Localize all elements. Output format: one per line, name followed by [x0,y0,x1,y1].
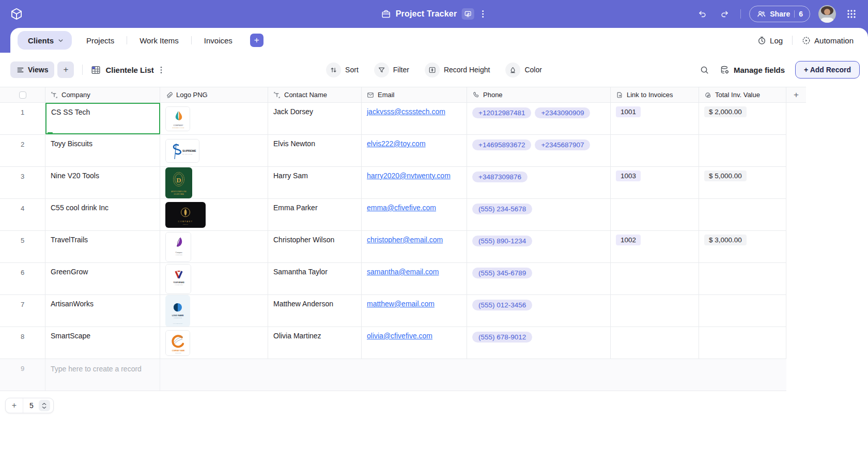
views-button[interactable]: Views [10,61,54,78]
quick-add-record-button[interactable]: + [6,398,23,413]
cell-link-to-invoices[interactable] [611,263,699,294]
cell-logo[interactable]: CompassADVENTURES [160,231,268,262]
new-record-row[interactable]: 9 Type here to create a record [0,359,786,391]
cell-logo[interactable]: YOUR BRANDTAGLINE HERE [160,263,268,294]
cell-total-inv-value[interactable] [699,263,786,294]
row-number[interactable]: 2 [0,135,45,166]
cell-email[interactable]: harry2020@nvtwenty.com [362,167,467,198]
email-link[interactable]: christopher@email.com [367,236,443,244]
cell-contact-name[interactable]: Jack Dorsey [268,103,362,134]
email-link[interactable]: harry2020@nvtwenty.com [367,172,451,180]
cell-company[interactable]: SmartScape [45,327,160,359]
cell-phone[interactable]: (555) 012-3456 [467,295,611,326]
cell-logo[interactable]: DARISTOCRATS LINKGOLDEN VIANA [160,167,268,198]
cell-company[interactable]: C55 cool drink Inc [45,199,160,230]
column-header-phone[interactable]: Phone [467,87,611,102]
color-button[interactable]: Color [505,63,541,77]
new-record-placeholder[interactable]: Type here to create a record [45,359,160,391]
cell-total-inv-value[interactable]: $ 5,000.00 [699,167,786,198]
column-header-company[interactable]: Company [45,87,160,102]
cell-company[interactable]: TravelTrails [45,231,160,262]
email-link[interactable]: elvis222@toy.com [367,139,426,148]
column-header-contact-name[interactable]: Contact Name [268,87,362,102]
row-number[interactable]: 7 [0,295,45,326]
view-name[interactable]: Clientele List [105,66,153,74]
cell-logo[interactable]: SUPREMEBRAND TAGLINE [160,135,268,166]
avatar[interactable] [818,5,836,23]
smartscape-logo[interactable]: COMPANY NAMEslogan space [165,330,190,356]
cell-email[interactable]: elvis222@toy.com [362,135,467,166]
email-link[interactable]: matthew@email.com [367,300,435,308]
cs-ss-tech-logo[interactable]: COMPANYBUSINESS TAGLINE [165,106,190,131]
cell-phone[interactable]: +3487309876 [467,167,611,198]
cell-company[interactable]: Toyy Biscuits [45,135,160,166]
column-header-logo-png[interactable]: Logo PNG [160,87,268,102]
filter-button[interactable]: Filter [374,63,409,77]
new-record-empty-area[interactable] [160,359,786,391]
cell-contact-name[interactable]: Elvis Newton [268,135,362,166]
app-logo-icon[interactable] [9,7,24,21]
artisanworks-logo[interactable]: LOGO NAMETAGLINE SPACEWWW.WEBSITE.COM [165,295,190,326]
row-number[interactable]: 1 [0,103,45,134]
phone-pill[interactable]: +2343090909 [535,107,590,118]
column-header-link-to-invoices[interactable]: Link to Invoices [611,87,699,102]
cell-total-inv-value[interactable]: $ 3,000.00 [699,231,786,262]
row-count-stepper[interactable] [39,400,50,411]
view-more-icon[interactable] [160,66,162,74]
cell-contact-name[interactable]: Emma Parker [268,199,362,230]
email-link[interactable]: emma@cfivefive.com [367,204,436,212]
add-field-button[interactable]: + [786,87,806,102]
cell-phone[interactable]: (555) 234-5678 [467,199,611,230]
cell-total-inv-value[interactable] [699,199,786,230]
cell-company[interactable]: Nine V20 Tools [45,167,160,198]
invoice-link-tag[interactable]: 1002 [616,235,641,245]
cell-company[interactable]: GreenGrow [45,263,160,294]
invoice-link-tag[interactable]: 1003 [616,170,641,181]
cell-phone[interactable]: (555) 345-6789 [467,263,611,294]
row-number[interactable]: 8 [0,327,45,359]
apps-grid-icon[interactable] [844,7,859,21]
cell-email[interactable]: christopher@email.com [362,231,467,262]
traveltrails-logo[interactable]: CompassADVENTURES [165,232,191,262]
cell-total-inv-value[interactable] [699,135,786,166]
cell-company[interactable]: ArtisanWorks [45,295,160,326]
cell-link-to-invoices[interactable] [611,199,699,230]
cell-phone[interactable]: +14695893672+2345687907 [467,135,611,166]
cell-link-to-invoices[interactable]: 1003 [611,167,699,198]
cell-contact-name[interactable]: Harry Sam [268,167,362,198]
column-header-email[interactable]: Email [362,87,467,102]
cell-phone[interactable]: +12012987481+2343090909 [467,103,611,134]
cell-link-to-invoices[interactable]: 1001 [611,103,699,134]
phone-pill[interactable]: (555) 012-3456 [472,300,532,310]
cell-logo[interactable]: COMPANYBUSINESS TAGLINE [160,103,268,134]
phone-pill[interactable]: +12012987481 [472,107,531,118]
record-height-button[interactable]: Record Height [425,63,490,77]
edit-title-icon[interactable] [461,8,474,20]
tab-work-items[interactable]: Work Items [127,28,191,53]
row-number[interactable]: 4 [0,199,45,230]
invoice-link-tag[interactable]: 1001 [616,106,641,117]
cell-contact-name[interactable]: Christopher Wilson [268,231,362,262]
row-number[interactable]: 6 [0,263,45,294]
tab-invoices[interactable]: Invoices [192,28,245,53]
column-header-total-inv-value[interactable]: Total Inv. Value [699,87,786,102]
select-all-checkbox[interactable] [19,91,26,99]
cell-link-to-invoices[interactable] [611,135,699,166]
cell-phone[interactable]: (555) 890-1234 [467,231,611,262]
share-button[interactable]: Share 6 [749,6,810,22]
title-more-icon[interactable] [478,7,487,21]
toyy-biscuits-logo[interactable]: SUPREMEBRAND TAGLINE [165,139,199,163]
cell-contact-name[interactable]: Matthew Anderson [268,295,362,326]
cell-company[interactable]: CS SS Tech [45,103,160,134]
tab-projects[interactable]: Projects [74,28,127,53]
email-link[interactable]: olivia@cfivefive.com [367,332,432,340]
phone-pill[interactable]: (555) 678-9012 [472,332,532,343]
cell-email[interactable]: jackvsss@cssstech.com [362,103,467,134]
cell-phone[interactable]: (555) 678-9012 [467,327,611,359]
phone-pill[interactable]: (555) 345-6789 [472,268,532,278]
phone-pill[interactable]: (555) 890-1234 [472,236,532,246]
cell-logo[interactable]: COMPANY NAMEslogan space [160,327,268,359]
nine-v20-tools-logo[interactable]: DARISTOCRATS LINKGOLDEN VIANA [165,167,192,198]
cell-total-inv-value[interactable] [699,327,786,359]
cell-logo[interactable]: COMPANYPREMIUM [160,199,268,230]
